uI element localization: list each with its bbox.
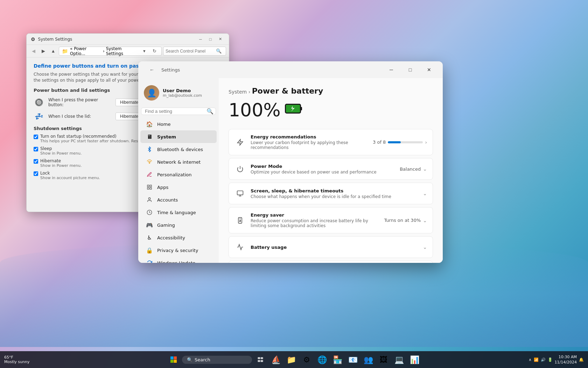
- screen-sleep-subtitle: Choose what happens when your device is …: [251, 194, 418, 199]
- control-panel-search[interactable]: 🔍: [163, 47, 226, 56]
- taskbar-icon-people[interactable]: 👥: [361, 353, 375, 367]
- taskbar-icon-dev[interactable]: 💻: [392, 353, 406, 367]
- sidebar-item-personalization[interactable]: Personalization: [140, 168, 217, 181]
- user-email: m_lab@outlook.com: [163, 93, 213, 98]
- hibernate-checkbox[interactable]: [34, 159, 38, 164]
- sidebar-item-bluetooth[interactable]: Bluetooth & devices: [140, 143, 217, 156]
- sidebar-item-network[interactable]: Network & internet: [140, 156, 217, 168]
- sleep-checkbox[interactable]: [34, 147, 38, 151]
- taskbar-network-icon[interactable]: 📶: [534, 357, 539, 362]
- battery-usage-chevron: ⌄: [423, 244, 427, 250]
- taskbar-battery-taskbar-icon[interactable]: 🔋: [548, 357, 553, 362]
- apps-icon: [146, 184, 153, 191]
- back-nav-button[interactable]: ←: [144, 64, 160, 75]
- control-panel-search-input[interactable]: [166, 49, 215, 54]
- taskbar-icon-settings-gear[interactable]: ⚙: [300, 353, 314, 367]
- power-mode-text: Power Mode Optimize your device based on…: [251, 164, 395, 175]
- battery-usage-row[interactable]: Battery usage ⌄: [229, 237, 433, 258]
- lid-power-row[interactable]: Lid & power button controls Choose what …: [229, 261, 433, 263]
- accessibility-icon: ♿: [146, 234, 153, 241]
- taskbar-search-icon: 🔍: [187, 357, 192, 362]
- sidebar-item-gaming[interactable]: 🎮 Gaming: [140, 219, 217, 231]
- weather-widget[interactable]: 65°F Mostly sunny: [4, 355, 29, 364]
- energy-recommendations-card: Energy recommendations Lower your carbon…: [229, 129, 433, 155]
- taskbar-center: 🔍 Search ⛵ 📁 ⚙ 🌐 🏪 📧 👥 🖼 💻 📊: [167, 353, 421, 367]
- fast-startup-checkbox[interactable]: [34, 135, 38, 139]
- weather-temp: 65°F: [4, 355, 13, 360]
- bluetooth-icon: [146, 146, 153, 153]
- taskbar-taskview[interactable]: [253, 353, 267, 367]
- energy-saver-title: Energy saver: [251, 212, 379, 218]
- sleep-label: Sleep: [40, 146, 82, 151]
- battery-usage-right: ⌄: [423, 244, 427, 250]
- back-button[interactable]: ◀: [29, 47, 38, 55]
- personalization-icon: [146, 171, 153, 178]
- user-profile[interactable]: 👤 User Demo m_lab@outlook.com: [138, 81, 219, 105]
- lock-sub: Show in account picture menu.: [40, 176, 100, 180]
- energy-rec-icon: [234, 137, 246, 148]
- modern-titlebar: ← Settings ─ □ ✕: [138, 61, 443, 78]
- modern-maximize-button[interactable]: □: [402, 64, 418, 75]
- address-dropdown-button[interactable]: ▾: [140, 47, 148, 55]
- taskbar-icon-store[interactable]: 🏪: [330, 353, 344, 367]
- power-mode-right: Balanced ⌄: [400, 166, 427, 172]
- forward-button[interactable]: ▶: [39, 47, 48, 55]
- settings-sidebar: 👤 User Demo m_lab@outlook.com 🔍 🏠 Home 🖥: [138, 78, 219, 263]
- lock-checkbox[interactable]: [34, 171, 38, 176]
- taskbar-volume-icon[interactable]: 🔊: [541, 357, 546, 362]
- sidebar-item-apps[interactable]: Apps: [140, 181, 217, 193]
- sidebar-item-system-label: System: [157, 134, 176, 139]
- modern-settings-body: 👤 User Demo m_lab@outlook.com 🔍 🏠 Home 🖥: [138, 78, 443, 263]
- battery-usage-icon: [234, 241, 246, 253]
- screen-sleep-row[interactable]: Screen, sleep, & hibernate timeouts Choo…: [229, 183, 433, 204]
- sidebar-item-home[interactable]: 🏠 Home: [140, 118, 217, 130]
- svg-rect-19: [170, 356, 174, 360]
- hibernate-label: Hibernate: [40, 158, 82, 163]
- sidebar-item-windows-update[interactable]: Windows Update: [140, 257, 217, 263]
- battery-percentage: 100%: [229, 100, 281, 121]
- battery-display: 100%: [229, 100, 433, 121]
- taskbar-icon-files[interactable]: 📁: [284, 353, 298, 367]
- taskbar-icon-browser[interactable]: 🌐: [315, 353, 329, 367]
- sidebar-item-windows-update-label: Windows Update: [157, 260, 195, 263]
- power-mode-row[interactable]: Power Mode Optimize your device based on…: [229, 158, 433, 179]
- taskbar-clock[interactable]: 10:30 AM 11/14/2024: [555, 354, 577, 365]
- start-button[interactable]: [167, 353, 181, 367]
- svg-point-0: [149, 163, 150, 163]
- modern-minimize-button[interactable]: ─: [383, 64, 399, 75]
- lock-label: Lock: [40, 171, 100, 176]
- taskbar-icon-app[interactable]: 📊: [407, 353, 421, 367]
- maximize-button[interactable]: □: [206, 36, 215, 43]
- sidebar-item-privacy[interactable]: 🔒 Privacy & security: [140, 244, 217, 257]
- refresh-button[interactable]: ↻: [150, 47, 159, 55]
- taskbar-hidden-icons[interactable]: ∧: [529, 357, 532, 362]
- desktop: ⚙ System Settings ─ □ ✕ ◀ ▶ ▲ 📁 « Power …: [0, 0, 588, 368]
- find-setting-box[interactable]: 🔍: [141, 108, 216, 115]
- energy-saver-row[interactable]: Energy saver Reduce power consumption an…: [229, 207, 433, 233]
- energy-recommendations-row[interactable]: Energy recommendations Lower your carbon…: [229, 129, 433, 155]
- sidebar-item-accounts[interactable]: Accounts: [140, 193, 217, 206]
- svg-rect-1: [147, 185, 149, 187]
- energy-saver-chevron: ⌄: [423, 218, 427, 223]
- minimize-button[interactable]: ─: [196, 36, 205, 43]
- taskbar-icon-photos[interactable]: 🖼: [377, 353, 391, 367]
- svg-rect-21: [170, 360, 174, 363]
- taskbar-icon-email[interactable]: 📧: [346, 353, 360, 367]
- breadcrumb-part2: System Settings: [106, 46, 139, 56]
- energy-rec-title: Energy recommendations: [251, 134, 368, 139]
- sidebar-item-system[interactable]: 🖥 System: [140, 130, 217, 143]
- settings-app-label: Settings: [161, 67, 180, 73]
- taskbar-search[interactable]: 🔍 Search: [182, 356, 252, 364]
- svg-rect-12: [237, 191, 243, 195]
- modern-close-button[interactable]: ✕: [421, 64, 437, 75]
- close-button[interactable]: ✕: [216, 36, 225, 43]
- sidebar-item-time[interactable]: Time & language: [140, 206, 217, 219]
- svg-rect-2: [150, 185, 152, 187]
- find-setting-input[interactable]: [145, 109, 204, 114]
- taskbar-icon-ship[interactable]: ⛵: [269, 353, 283, 367]
- up-button[interactable]: ▲: [49, 47, 57, 55]
- taskbar-notification-icon[interactable]: 🔔: [579, 357, 584, 362]
- avatar: 👤: [144, 85, 159, 101]
- sidebar-item-accessibility[interactable]: ♿ Accessibility: [140, 231, 217, 244]
- lid-label: When I close the lid:: [48, 114, 111, 119]
